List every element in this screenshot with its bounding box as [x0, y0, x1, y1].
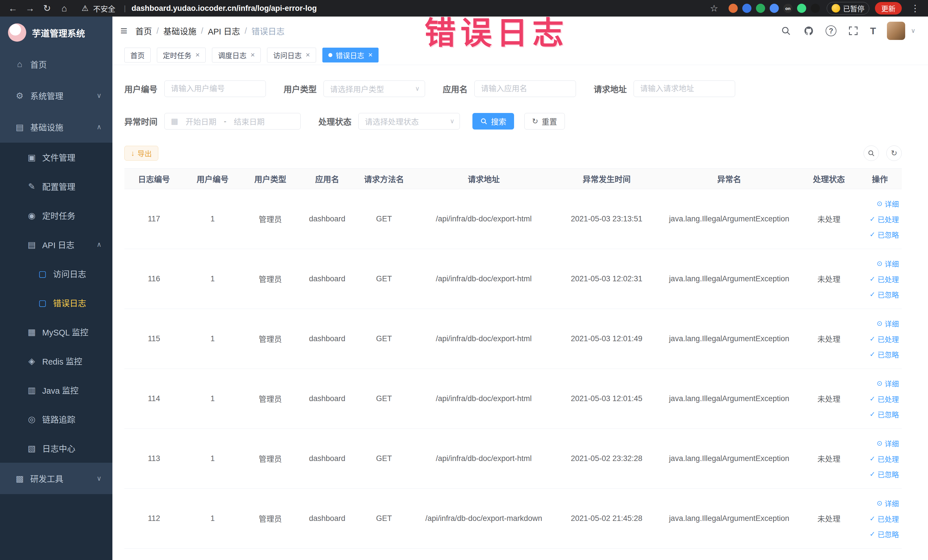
cell-id: 112 — [124, 489, 184, 549]
sidebar-item-log-center[interactable]: ▧日志中心 — [0, 433, 112, 463]
action-detail[interactable]: ⊙详细 — [877, 498, 899, 508]
sidebar-item-system-management[interactable]: ⚙系统管理∨ — [0, 80, 112, 111]
sidebar-item-mysql-monitor[interactable]: ▦MySQL 监控 — [0, 317, 112, 346]
action-ignored[interactable]: ✓已忽略 — [870, 289, 899, 299]
search-icon[interactable] — [780, 25, 792, 37]
extension-icon-1[interactable] — [729, 4, 738, 13]
cell-url: /api/infra/db-doc/export-html — [413, 309, 555, 369]
tab-timed-task[interactable]: 定时任务× — [157, 48, 206, 63]
table-toolbar: ↓ 导出 ↻ — [124, 145, 902, 161]
help-icon[interactable]: ? — [826, 25, 836, 36]
bookmark-star-icon[interactable]: ☆ — [706, 1, 722, 16]
extension-icon-7[interactable] — [811, 4, 820, 13]
breadcrumb-item[interactable]: API 日志 — [208, 25, 240, 37]
close-icon[interactable]: × — [250, 50, 255, 60]
forward-icon[interactable]: → — [22, 1, 38, 16]
action-detail[interactable]: ⊙详细 — [877, 378, 899, 389]
extension-icon-4[interactable] — [770, 4, 779, 13]
breadcrumb-item[interactable]: 首页 — [136, 25, 152, 37]
action-processed[interactable]: ✓已处理 — [870, 334, 899, 344]
tab-access-log[interactable]: 访问日志× — [267, 48, 316, 63]
app-name-label: 应用名 — [443, 83, 467, 95]
action-processed[interactable]: ✓已处理 — [870, 274, 899, 284]
tab-error-log[interactable]: 错误日志× — [322, 48, 379, 63]
user-id-input[interactable] — [164, 81, 266, 97]
update-button[interactable]: 更新 — [875, 2, 902, 15]
exception-time-range-picker[interactable]: ▦ 开始日期 - 结束日期 — [164, 113, 301, 130]
breadcrumb-item[interactable]: 基础设施 — [163, 25, 197, 37]
tab-schedule-log[interactable]: 调度日志× — [212, 48, 261, 63]
extension-icon-5[interactable]: on — [783, 4, 792, 13]
sidebar-item-api-log[interactable]: ▤API 日志∧ — [0, 230, 112, 259]
cell-time: 2021-05-03 12:02:31 — [555, 249, 658, 309]
app-name-input[interactable] — [475, 81, 576, 97]
github-icon[interactable] — [803, 25, 815, 37]
avatar-caret-icon[interactable]: ∨ — [911, 27, 916, 35]
tab-home[interactable]: 首页 — [124, 48, 151, 63]
close-icon[interactable]: × — [368, 50, 372, 60]
extension-icon-2[interactable] — [742, 4, 751, 13]
action-detail[interactable]: ⊙详细 — [877, 318, 899, 329]
hamburger-icon[interactable]: ≡ — [121, 24, 128, 38]
font-size-icon[interactable]: T — [870, 25, 876, 37]
cell-exception: java.lang.IllegalArgumentException — [658, 249, 800, 309]
export-button[interactable]: ↓ 导出 — [124, 146, 158, 160]
action-detail[interactable]: ⊙详细 — [877, 198, 899, 209]
action-processed[interactable]: ✓已处理 — [870, 214, 899, 224]
sidebar-item-config-management[interactable]: ✎配置管理 — [0, 172, 112, 201]
close-icon[interactable]: × — [305, 50, 310, 60]
sidebar-item-home[interactable]: ⌂首页 — [0, 49, 112, 80]
logo-avatar — [8, 23, 26, 42]
process-status-select[interactable]: 请选择处理状态 ∨ — [358, 113, 460, 130]
fullscreen-icon[interactable] — [847, 25, 859, 37]
kebab-menu-icon[interactable]: ⋮ — [907, 1, 923, 16]
action-processed[interactable]: ✓已处理 — [870, 453, 899, 464]
sidebar-item-dev-tools[interactable]: ▩研发工具∨ — [0, 463, 112, 494]
back-icon[interactable]: ← — [5, 1, 21, 16]
reset-button[interactable]: ↻ 重置 — [524, 113, 565, 130]
sidebar-item-access-log[interactable]: ▢访问日志 — [0, 259, 112, 288]
sidebar-item-trace[interactable]: ◎链路追踪 — [0, 404, 112, 433]
check-icon: ✓ — [870, 290, 875, 298]
cell-user-id: 1 — [184, 369, 242, 429]
action-detail[interactable]: ⊙详细 — [877, 438, 899, 449]
check-icon: ✓ — [870, 515, 875, 523]
action-ignored[interactable]: ✓已忽略 — [870, 229, 899, 240]
browser-home-icon[interactable]: ⌂ — [56, 1, 72, 16]
sidebar-item-label: Redis 监控 — [42, 355, 82, 367]
infrastructure-icon: ▤ — [13, 122, 26, 132]
action-ignored[interactable]: ✓已忽略 — [870, 529, 899, 539]
header-actions: ? T ∨ — [780, 22, 916, 40]
reload-icon[interactable]: ↻ — [40, 1, 55, 16]
cell-actions: ⊙详细✓已处理✓已忽略 — [858, 369, 902, 429]
paused-badge[interactable]: 已暂停 — [827, 2, 869, 15]
action-detail[interactable]: ⊙详细 — [877, 258, 899, 269]
user-avatar[interactable] — [887, 22, 905, 40]
search-button[interactable]: 搜索 — [472, 113, 514, 130]
extension-icon-6[interactable] — [797, 4, 806, 13]
cell-actions: ⊙详细✓已处理✓已忽略 — [858, 249, 902, 309]
column-header: 异常发生时间 — [555, 169, 658, 189]
action-processed[interactable]: ✓已处理 — [870, 514, 899, 524]
user-type-select[interactable]: 请选择用户类型 ∨ — [324, 81, 425, 97]
action-processed[interactable]: ✓已处理 — [870, 394, 899, 404]
gear-icon: ⚙ — [13, 91, 26, 101]
sidebar-item-redis-monitor[interactable]: ◈Redis 监控 — [0, 346, 112, 375]
sidebar-item-scheduled-tasks[interactable]: ◉定时任务 — [0, 201, 112, 230]
extension-icon-3[interactable] — [756, 4, 765, 13]
action-ignored[interactable]: ✓已忽略 — [870, 349, 899, 359]
address-bar-url[interactable]: dashboard.yudao.iocoder.cn/infra/log/api… — [131, 4, 317, 13]
security-label[interactable]: 不安全 — [93, 3, 115, 14]
sidebar-item-file-management[interactable]: ▣文件管理 — [0, 143, 112, 172]
sidebar-item-error-log[interactable]: ▢错误日志 — [0, 288, 112, 317]
action-ignored[interactable]: ✓已忽略 — [870, 469, 899, 479]
sidebar-item-infrastructure[interactable]: ▤基础设施∧ — [0, 111, 112, 143]
toggle-search-button[interactable] — [864, 145, 879, 161]
action-ignored[interactable]: ✓已忽略 — [870, 409, 899, 420]
refresh-table-button[interactable]: ↻ — [886, 145, 902, 161]
sidebar-item-java-monitor[interactable]: ▥Java 监控 — [0, 375, 112, 404]
request-url-input[interactable] — [633, 81, 735, 97]
sidebar-item-label: API 日志 — [42, 238, 75, 250]
sidebar-logo[interactable]: 芋道管理系统 — [0, 17, 112, 49]
close-icon[interactable]: × — [195, 50, 200, 60]
